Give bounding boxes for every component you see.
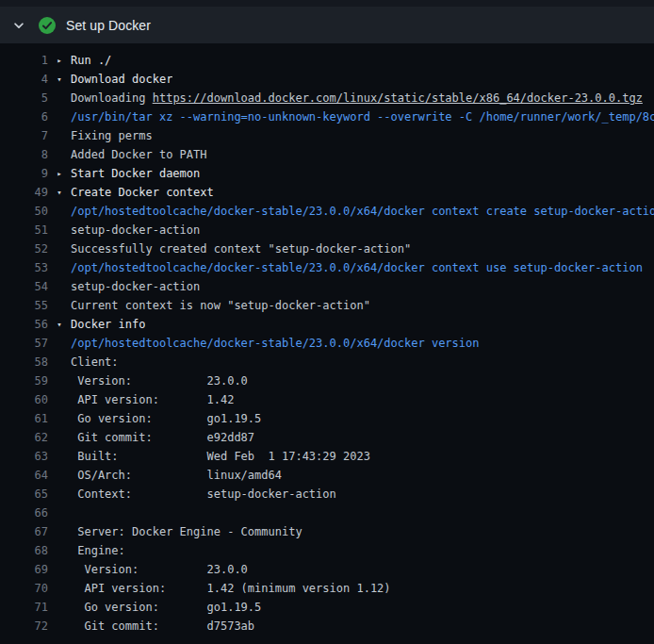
log-plain-text: Go version: go1.19.5 [71, 601, 261, 614]
line-number[interactable]: 1 [0, 51, 48, 70]
line-number[interactable]: 67 [0, 522, 48, 541]
line-number[interactable]: 49 [0, 183, 48, 202]
log-group-header-row[interactable]: 1▸Run ./ [0, 51, 654, 70]
line-number[interactable]: 52 [0, 239, 48, 258]
line-number[interactable]: 64 [0, 466, 48, 485]
line-number[interactable]: 51 [0, 221, 48, 239]
no-icon [48, 579, 71, 598]
log-plain-text: setup-docker-action [71, 223, 200, 237]
line-number[interactable]: 62 [0, 428, 48, 447]
log-command-text: /opt/hostedtoolcache/docker-stable/23.0.… [71, 261, 643, 274]
no-icon [48, 202, 71, 221]
log-plain-text: setup-docker-action [71, 280, 200, 293]
log-line-row: 67 Server: Docker Engine - Community [0, 522, 654, 541]
no-icon [48, 617, 71, 636]
log-group-title: Create Docker context [71, 186, 214, 199]
log-group-title: Run ./ [71, 54, 111, 67]
log-line-row: 70 API version: 1.42 (minimum version 1.… [0, 579, 654, 598]
log-plain-text: Version: 23.0.0 [71, 563, 248, 576]
line-number[interactable]: 72 [0, 617, 48, 636]
log-text: Fixing perms [71, 126, 153, 145]
no-icon [48, 598, 71, 617]
line-number[interactable]: 7 [0, 126, 48, 145]
log-line-row: 7Fixing perms [0, 126, 654, 145]
log-line-row: 69 Version: 23.0.0 [0, 560, 654, 579]
line-number[interactable]: 63 [0, 447, 48, 466]
line-number[interactable]: 56 [0, 315, 48, 334]
log-line-row: 62 Git commit: e92dd87 [0, 428, 654, 447]
triangle-right-icon: ▸ [48, 164, 71, 183]
log-link[interactable]: https://download.docker.com/linux/static… [153, 91, 643, 105]
log-line-row: 6/usr/bin/tar xz --warning=no-unknown-ke… [0, 107, 654, 126]
log-plain-text: API version: 1.42 (minimum version 1.12) [71, 582, 391, 595]
line-number[interactable]: 58 [0, 353, 48, 372]
line-number[interactable]: 68 [0, 541, 48, 560]
no-icon [48, 126, 71, 145]
no-icon [48, 145, 71, 164]
line-number[interactable]: 66 [0, 504, 48, 522]
log-plain-text: Built: Wed Feb 1 17:43:29 2023 [71, 450, 370, 463]
line-number[interactable]: 6 [0, 107, 48, 126]
log-text: Go version: go1.19.5 [71, 598, 261, 617]
log-text: Server: Docker Engine - Community [71, 522, 302, 541]
line-number[interactable]: 5 [0, 89, 48, 107]
no-icon [48, 522, 71, 541]
log-text: Create Docker context [71, 183, 214, 202]
log-text: Built: Wed Feb 1 17:43:29 2023 [71, 447, 370, 466]
log-area: 1▸Run ./4▾Download docker5Downloading ht… [0, 43, 654, 644]
log-plain-text: API version: 1.42 [71, 393, 234, 406]
step-header[interactable]: Set up Docker [0, 7, 654, 43]
log-text: /opt/hostedtoolcache/docker-stable/23.0.… [71, 202, 654, 221]
no-icon [48, 296, 71, 315]
line-number[interactable]: 71 [0, 598, 48, 617]
line-number[interactable]: 70 [0, 579, 48, 598]
log-command-text: /usr/bin/tar xz --warning=no-unknown-key… [71, 110, 654, 124]
log-line-row: 61 Go version: go1.19.5 [0, 409, 654, 428]
log-group-header-row[interactable]: 4▾Download docker [0, 70, 654, 89]
log-text: Client: [71, 353, 119, 372]
log-line-row: 63 Built: Wed Feb 1 17:43:29 2023 [0, 447, 654, 466]
no-icon [48, 353, 71, 372]
log-command-text: /opt/hostedtoolcache/docker-stable/23.0.… [71, 337, 479, 350]
triangle-down-icon: ▾ [48, 183, 71, 202]
log-text: API version: 1.42 (minimum version 1.12) [71, 579, 391, 598]
log-text: /usr/bin/tar xz --warning=no-unknown-key… [71, 107, 654, 126]
no-icon [48, 277, 71, 296]
log-line-row: 72 Git commit: d7573ab [0, 617, 654, 636]
log-line-row: 71 Go version: go1.19.5 [0, 598, 654, 617]
line-number[interactable]: 54 [0, 277, 48, 296]
log-line-row: 8Added Docker to PATH [0, 145, 654, 164]
no-icon [48, 107, 71, 126]
log-line-row: 54setup-docker-action [0, 277, 654, 296]
log-line-row: 53/opt/hostedtoolcache/docker-stable/23.… [0, 258, 654, 277]
line-number[interactable]: 4 [0, 70, 48, 89]
log-text: Docker info [71, 315, 145, 334]
line-number[interactable]: 55 [0, 296, 48, 315]
chevron-down-icon[interactable] [11, 18, 26, 33]
line-number[interactable]: 50 [0, 202, 48, 221]
log-group-header-row[interactable]: 49▾Create Docker context [0, 183, 654, 202]
line-number[interactable]: 59 [0, 372, 48, 390]
line-number[interactable]: 9 [0, 164, 48, 183]
log-text: Current context is now "setup-docker-act… [71, 296, 370, 315]
line-number[interactable]: 60 [0, 390, 48, 409]
line-number[interactable]: 65 [0, 485, 48, 504]
line-number[interactable]: 53 [0, 258, 48, 277]
no-icon [48, 372, 71, 390]
line-number[interactable]: 69 [0, 560, 48, 579]
line-number[interactable]: 61 [0, 409, 48, 428]
actions-log-panel: Set up Docker 1▸Run ./4▾Download docker5… [0, 0, 654, 644]
no-icon [48, 466, 71, 485]
no-icon [48, 239, 71, 258]
log-line-row: 65 Context: setup-docker-action [0, 485, 654, 504]
log-text: setup-docker-action [71, 221, 200, 239]
log-text: Run ./ [71, 51, 111, 70]
log-line-row: 68 Engine: [0, 541, 654, 560]
line-number[interactable]: 57 [0, 334, 48, 353]
log-group-header-row[interactable]: 9▸Start Docker daemon [0, 164, 654, 183]
no-icon [48, 221, 71, 239]
line-number[interactable]: 8 [0, 145, 48, 164]
log-plain-text: Server: Docker Engine - Community [71, 525, 302, 538]
log-group-header-row[interactable]: 56▾Docker info [0, 315, 654, 334]
log-plain-text: Context: setup-docker-action [71, 487, 336, 501]
